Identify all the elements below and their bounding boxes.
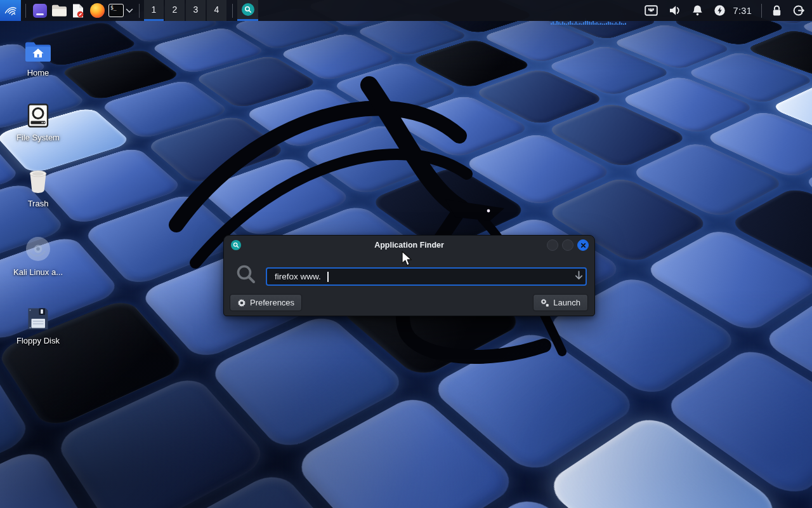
top-panel: $_ 1 2 3 4: [0, 0, 812, 21]
network-icon[interactable]: [645, 5, 658, 16]
floppy-icon: [25, 304, 51, 331]
firefox-icon: [90, 3, 105, 18]
launch-button[interactable]: Launch: [533, 294, 588, 311]
clock[interactable]: 7:31: [733, 6, 752, 16]
panel-separator: [25, 4, 26, 18]
terminal-icon: $_: [108, 4, 124, 17]
application-search-input[interactable]: [266, 267, 587, 286]
application-finder-button[interactable]: [237, 0, 258, 21]
folder-icon: [51, 4, 67, 17]
workspace-3-button[interactable]: 3: [186, 0, 206, 21]
launcher-web-browser[interactable]: [88, 0, 107, 21]
desktop-icon-label: Floppy Disk: [16, 336, 60, 345]
desktop-icon-home[interactable]: Home: [15, 36, 61, 77]
desktop-icon-floppy-disk[interactable]: Floppy Disk: [15, 304, 61, 345]
workspace-1-button[interactable]: 1: [144, 0, 164, 21]
trash-icon: [25, 166, 51, 194]
desktop-icon-label: File System: [16, 133, 60, 142]
search-magnifier-icon: [235, 264, 257, 288]
window-titlebar[interactable]: Application Finder: [224, 236, 594, 255]
volume-icon[interactable]: [668, 4, 681, 17]
panel-separator: [232, 4, 233, 18]
home-folder-icon: [24, 36, 52, 64]
text-caret: [327, 272, 329, 282]
minimize-button[interactable]: [547, 239, 558, 251]
gear-icon: [237, 298, 246, 307]
desktop-icon-label: Kali Linux a...: [13, 267, 63, 277]
system-tray: 7:31: [639, 4, 812, 18]
desktop-icon-file-system[interactable]: File System: [15, 100, 61, 142]
harddrive-icon: [25, 100, 51, 128]
panel-separator: [139, 4, 140, 18]
appfinder-window-icon: [231, 240, 241, 250]
kali-menu-button[interactable]: [0, 0, 21, 21]
launcher-terminal[interactable]: $_: [107, 0, 126, 21]
window-title: Application Finder: [374, 241, 444, 250]
launcher-file-manager[interactable]: [49, 0, 69, 21]
workspace-4-button[interactable]: 4: [207, 0, 226, 21]
desktop-icon-kali-linux[interactable]: Kali Linux a...: [15, 235, 61, 277]
launcher-text-editor[interactable]: [69, 0, 88, 21]
desktop-icon-trash[interactable]: Trash: [15, 166, 61, 208]
kali-menu-icon: [3, 3, 18, 18]
application-finder-window: Application Finder Preferences: [223, 235, 595, 316]
launch-button-label: Launch: [553, 298, 580, 307]
search-icon: [242, 3, 254, 16]
notifications-icon[interactable]: [691, 4, 704, 17]
preferences-button[interactable]: Preferences: [230, 294, 302, 311]
maximize-button[interactable]: [562, 239, 573, 251]
workspace-2-button[interactable]: 2: [165, 0, 185, 21]
disc-icon: [24, 235, 52, 263]
desktop-icon-label: Home: [27, 68, 49, 77]
close-button[interactable]: [577, 239, 589, 251]
launcher-app-menu[interactable]: [30, 0, 49, 21]
panel-separator: [761, 4, 762, 18]
launch-gear-icon: [540, 298, 549, 307]
document-icon: [72, 3, 84, 18]
lock-icon[interactable]: [771, 4, 782, 17]
app-grid-icon: [33, 4, 47, 18]
terminal-dropdown-chevron-icon[interactable]: [126, 8, 133, 13]
preferences-button-label: Preferences: [250, 298, 294, 307]
power-manager-icon[interactable]: [714, 4, 726, 17]
logout-icon[interactable]: [792, 4, 804, 17]
desktop-icon-label: Trash: [28, 199, 49, 208]
history-dropdown-arrow-icon[interactable]: [574, 271, 584, 283]
